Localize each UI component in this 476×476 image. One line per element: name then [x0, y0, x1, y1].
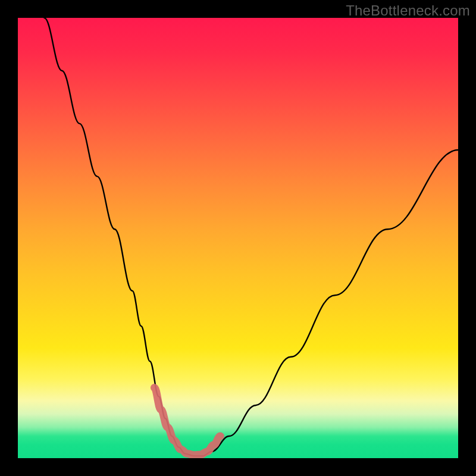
bottleneck-curve	[44, 18, 458, 456]
chart-frame: TheBottleneck.com	[0, 0, 476, 476]
plot-area	[18, 18, 458, 458]
watermark-text: TheBottleneck.com	[346, 2, 470, 19]
highlight-segment	[154, 388, 220, 455]
curve-layer	[18, 18, 458, 458]
